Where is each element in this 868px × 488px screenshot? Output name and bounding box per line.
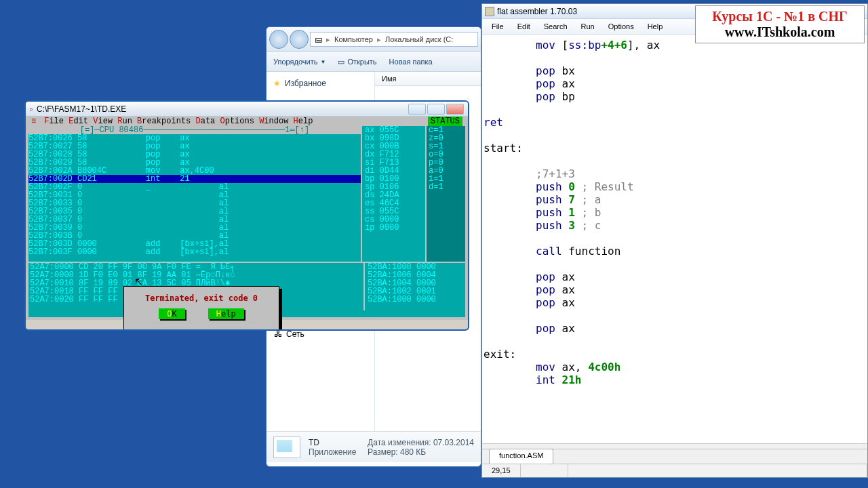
td-window: ▫ C:\F\FASM17~1\TD.EXE ≡ File Edit View … bbox=[24, 100, 469, 331]
ad-line1: Курсы 1С - №1 в СНГ bbox=[701, 9, 859, 24]
organize-menu[interactable]: Упорядочить▼ bbox=[273, 58, 326, 66]
menu-edit[interactable]: Edit bbox=[512, 20, 536, 33]
td-menu-window[interactable]: Window bbox=[259, 117, 293, 126]
open-button[interactable]: ▭ Открыть bbox=[338, 58, 376, 66]
td-app-icon: ▫ bbox=[30, 105, 33, 113]
menu-search[interactable]: Search bbox=[538, 20, 573, 33]
td-titlebar[interactable]: ▫ C:\F\FASM17~1\TD.EXE bbox=[26, 102, 468, 117]
registers-pane[interactable]: ax 055C bx 098D cx 000B dx F712 si F713 … bbox=[361, 126, 425, 262]
terminated-dialog: Terminated, exit code 0 OK Help bbox=[123, 286, 279, 331]
fasm-window: flat assembler 1.70.03 File Edit Search … bbox=[481, 3, 868, 478]
explorer-toolbar: Упорядочить▼ ▭ Открыть Новая папка bbox=[267, 52, 481, 72]
column-header-name[interactable]: Имя bbox=[375, 72, 481, 86]
crumb-disk[interactable]: Локальный диск (C: bbox=[385, 35, 453, 43]
forward-button[interactable] bbox=[290, 30, 309, 49]
favorites-section[interactable]: ★Избранное bbox=[271, 76, 370, 91]
address-bar[interactable]: 🖴▸ Компьютер ▸ Локальный диск (C: bbox=[310, 32, 478, 47]
advertisement: Курсы 1С - №1 в СНГ www.ITshkola.com bbox=[695, 5, 865, 43]
crumb-computer[interactable]: Компьютер bbox=[334, 35, 373, 43]
td-menu-edit[interactable]: Edit bbox=[68, 117, 93, 126]
fasm-app-icon bbox=[485, 7, 494, 16]
td-close-button[interactable] bbox=[446, 104, 464, 115]
td-system-menu[interactable]: ≡ bbox=[31, 117, 36, 126]
dialog-ok-button[interactable]: OK bbox=[159, 308, 184, 319]
ad-line2: www.ITshkola.com bbox=[701, 24, 859, 40]
td-maximize-button[interactable] bbox=[427, 104, 445, 115]
menu-run[interactable]: Run bbox=[576, 20, 600, 33]
td-status-label: STATUS bbox=[428, 117, 462, 126]
file-icon bbox=[273, 436, 300, 458]
menu-options[interactable]: Options bbox=[603, 20, 639, 33]
newfolder-button[interactable]: Новая папка bbox=[389, 58, 433, 66]
back-button[interactable] bbox=[269, 30, 288, 49]
td-menu-view[interactable]: View bbox=[93, 117, 117, 126]
code-editor[interactable]: mov [ss:bp+4+6], ax pop bx pop ax pop bp… bbox=[482, 35, 867, 443]
tab-function-asm[interactable]: function.ASM bbox=[489, 449, 553, 464]
td-title: C:\F\FASM17~1\TD.EXE bbox=[37, 104, 404, 114]
flags-pane[interactable]: c=1 z=0 s=1 o=0 p=0 a=0 i=1 d=1 bbox=[425, 126, 465, 262]
dialog-message: Terminated, exit code 0 bbox=[128, 291, 275, 308]
td-menubar: ≡ File Edit View Run Breakpoints Data Op… bbox=[28, 117, 465, 126]
explorer-details-pane: TD Приложение Дата изменения: 07.03.2014… bbox=[267, 431, 481, 462]
td-minimize-button[interactable] bbox=[408, 104, 426, 115]
td-menu-data[interactable]: Data bbox=[195, 117, 220, 126]
menu-help[interactable]: Help bbox=[642, 20, 669, 33]
status-bar: 29,15 bbox=[482, 464, 867, 477]
file-name: TD bbox=[309, 438, 356, 447]
cpu-pane[interactable]: [=]─CPU 80486───────────────────────────… bbox=[28, 126, 361, 262]
td-menu-breakpoints[interactable]: Breakpoints bbox=[137, 117, 195, 126]
file-type: Приложение bbox=[309, 447, 356, 457]
stack-pane[interactable]: 52BA:1008 0000 52BA:1006 0004 52BA:1004 … bbox=[363, 263, 465, 310]
tab-bar: function.ASM bbox=[482, 449, 867, 464]
file-size: 480 КБ bbox=[400, 447, 426, 457]
menu-file[interactable]: File bbox=[486, 20, 509, 33]
dialog-help-button[interactable]: Help bbox=[208, 308, 244, 319]
td-menu-file[interactable]: File bbox=[44, 117, 68, 126]
td-menu-run[interactable]: Run bbox=[117, 117, 137, 126]
td-menu-options[interactable]: Options bbox=[220, 117, 260, 126]
file-modified: 07.03.2014 bbox=[433, 438, 474, 447]
cursor-position: 29,15 bbox=[482, 464, 521, 477]
network-section[interactable]: 🖧 Сеть bbox=[274, 329, 304, 339]
td-menu-help[interactable]: Help bbox=[294, 117, 313, 126]
explorer-nav: 🖴▸ Компьютер ▸ Локальный диск (C: bbox=[267, 27, 481, 52]
